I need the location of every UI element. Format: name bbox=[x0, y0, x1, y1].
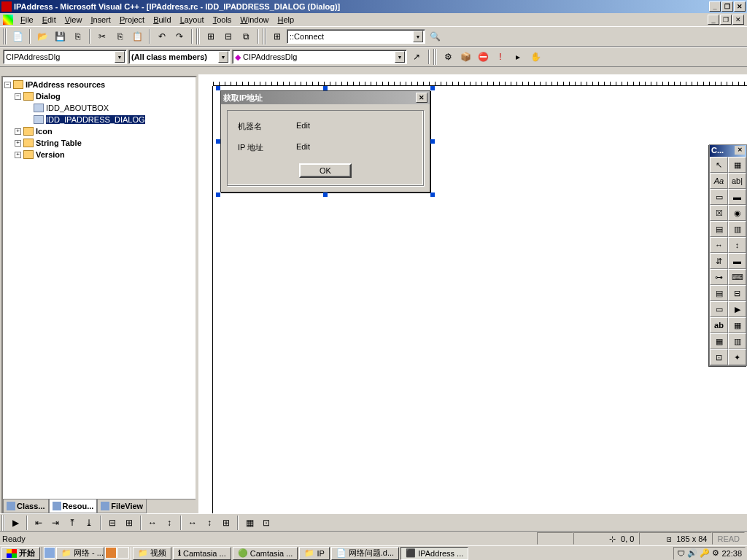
extended-tool[interactable]: ✦ bbox=[728, 349, 746, 365]
vscroll-tool[interactable]: ↕ bbox=[728, 237, 746, 253]
group-box[interactable]: 机器名 Edit IP 地址 Edit OK bbox=[227, 110, 424, 186]
chevron-down-icon[interactable]: ▼ bbox=[395, 51, 405, 63]
menu-build[interactable]: Build bbox=[149, 14, 175, 26]
group-box-tool[interactable]: ▭ bbox=[710, 189, 728, 205]
ql-desktop-icon[interactable] bbox=[117, 547, 129, 559]
controls-toolbox[interactable]: C...✕ ↖ ▦ Aa ab| ▭ ▬ ☒ ◉ ▤ ▥ ↔ ↕ ⇵ ▬ ⊶ ⌨… bbox=[709, 144, 747, 366]
root-node[interactable]: IPAddress resources bbox=[26, 80, 105, 89]
task-netdoc[interactable]: 📄 网络问题.d... bbox=[331, 547, 399, 560]
build-button[interactable]: 📦 bbox=[457, 49, 473, 65]
menu-window[interactable]: Window bbox=[236, 14, 273, 26]
grip[interactable] bbox=[263, 28, 266, 44]
class-combo[interactable]: CIPAddressDlg ▼ bbox=[3, 50, 127, 64]
execute-button[interactable]: ! bbox=[492, 49, 508, 65]
static-text-tool[interactable]: Aa bbox=[710, 173, 728, 189]
workspace-button[interactable]: ⊞ bbox=[203, 28, 219, 44]
same-height[interactable]: ↕ bbox=[201, 515, 217, 531]
edit-placeholder-2[interactable]: Edit bbox=[296, 142, 310, 153]
grip[interactable] bbox=[1, 515, 5, 531]
menu-tools[interactable]: Tools bbox=[209, 14, 236, 26]
restore-button[interactable]: ❐ bbox=[721, 1, 733, 12]
center-horz[interactable]: ⊞ bbox=[121, 515, 137, 531]
undo-button[interactable]: ↶ bbox=[154, 28, 170, 44]
align-right[interactable]: ⇥ bbox=[47, 515, 63, 531]
stop-build-button[interactable]: ⛔ bbox=[475, 49, 491, 65]
collapse-icon[interactable]: − bbox=[15, 93, 21, 100]
chevron-down-icon[interactable]: ▼ bbox=[115, 51, 125, 63]
save-button[interactable]: 💾 bbox=[52, 28, 68, 44]
month-tool[interactable]: ▦ bbox=[710, 333, 728, 349]
saveall-button[interactable]: ⎘ bbox=[69, 28, 85, 44]
toggle-grid[interactable]: ▦ bbox=[241, 515, 258, 531]
paste-button[interactable]: 📋 bbox=[129, 28, 145, 44]
align-bottom[interactable]: ⤓ bbox=[81, 515, 97, 531]
edit-tool[interactable]: ab| bbox=[728, 173, 746, 189]
dialog-editor[interactable]: 获取IP地址 ✕ 机器名 Edit IP 地址 Edit OK bbox=[198, 74, 747, 516]
redo-button[interactable]: ↷ bbox=[171, 28, 187, 44]
goto-button[interactable]: ↗ bbox=[409, 49, 425, 65]
edit-placeholder-1[interactable]: Edit bbox=[296, 121, 310, 132]
button-tool[interactable]: ▬ bbox=[728, 189, 746, 205]
datetime-tool[interactable]: ▦ bbox=[728, 317, 746, 333]
toggle-guides[interactable]: ⊡ bbox=[258, 515, 274, 531]
chevron-down-icon[interactable]: ▼ bbox=[218, 51, 228, 63]
listbox-tool[interactable]: ▥ bbox=[728, 221, 746, 237]
task-video[interactable]: 📁 视频 bbox=[133, 547, 171, 560]
new-button[interactable]: 📄 bbox=[9, 28, 26, 44]
start-button[interactable]: 开始 bbox=[1, 547, 40, 560]
custom-tool[interactable]: ⊡ bbox=[710, 349, 728, 365]
menu-insert[interactable]: Insert bbox=[86, 14, 115, 26]
dialog-caption[interactable]: 获取IP地址 ✕ bbox=[221, 91, 430, 104]
tray-icon[interactable]: 🔊 bbox=[687, 548, 697, 558]
tab-fileview[interactable]: FileView bbox=[97, 499, 147, 513]
tray-icon[interactable]: ⚙ bbox=[712, 548, 719, 558]
task-camtasia2[interactable]: 🟢 Camtasia ... bbox=[233, 547, 298, 560]
dialog-folder[interactable]: Dialog bbox=[36, 92, 61, 101]
chevron-down-icon[interactable]: ▼ bbox=[413, 31, 423, 42]
treectrl-tool[interactable]: ⊟ bbox=[728, 285, 746, 301]
test-button[interactable]: ▶ bbox=[7, 515, 23, 531]
space-across[interactable]: ↔ bbox=[144, 515, 160, 531]
icon-folder[interactable]: Icon bbox=[36, 127, 53, 136]
go-button[interactable]: ▸ bbox=[510, 49, 526, 65]
tab-tool[interactable]: ▭ bbox=[710, 301, 728, 317]
center-vert[interactable]: ⊟ bbox=[104, 515, 120, 531]
mdi-close[interactable]: ✕ bbox=[732, 15, 744, 25]
align-left[interactable]: ⇤ bbox=[31, 515, 47, 531]
menu-layout[interactable]: Layout bbox=[176, 14, 209, 26]
hscroll-tool[interactable]: ↔ bbox=[710, 237, 728, 253]
breakpoint-button[interactable]: ✋ bbox=[527, 49, 543, 65]
grip[interactable] bbox=[3, 28, 7, 44]
space-down[interactable]: ↕ bbox=[161, 515, 177, 531]
dialog-preview[interactable]: 获取IP地址 ✕ 机器名 Edit IP 地址 Edit OK bbox=[220, 90, 430, 192]
expand-icon[interactable]: + bbox=[15, 128, 21, 135]
find-button[interactable]: 🔍 bbox=[427, 28, 443, 44]
menu-file[interactable]: File bbox=[16, 14, 38, 26]
listctrl-tool[interactable]: ▤ bbox=[710, 285, 728, 301]
ql-netfolder[interactable]: 📁 网络 - ... bbox=[56, 547, 104, 560]
ipaddress-dialog-item[interactable]: IDD_IPADDRESS_DIALOG bbox=[46, 115, 145, 124]
grip[interactable] bbox=[433, 49, 437, 65]
dialog-close-button[interactable]: ✕ bbox=[416, 93, 427, 103]
expand-icon[interactable]: + bbox=[15, 140, 21, 147]
filter-combo[interactable]: (All class members) ▼ bbox=[128, 50, 231, 64]
same-width[interactable]: ↔ bbox=[185, 515, 201, 531]
label-ipaddress[interactable]: IP 地址 bbox=[238, 142, 296, 153]
menu-project[interactable]: Project bbox=[115, 14, 149, 26]
toolbox-close[interactable]: ✕ bbox=[735, 146, 745, 155]
radio-tool[interactable]: ◉ bbox=[728, 205, 746, 221]
slider-tool[interactable]: ⊶ bbox=[710, 269, 728, 285]
tab-resourceview[interactable]: Resou... bbox=[49, 499, 98, 513]
collapse-icon[interactable]: − bbox=[4, 82, 11, 88]
label-machine[interactable]: 机器名 bbox=[238, 121, 296, 132]
menu-view[interactable]: View bbox=[61, 14, 87, 26]
connect-combo[interactable]: ::Connect ▼ bbox=[287, 29, 425, 44]
output-button[interactable]: ⊟ bbox=[220, 28, 236, 44]
ok-button[interactable]: OK bbox=[299, 163, 352, 178]
minimize-button[interactable]: _ bbox=[709, 1, 721, 12]
checkbox-tool[interactable]: ☒ bbox=[710, 205, 728, 221]
stringtable-folder[interactable]: String Table bbox=[36, 139, 82, 147]
ql-firefox-icon[interactable] bbox=[105, 547, 117, 559]
animate-tool[interactable]: ▶ bbox=[728, 301, 746, 317]
task-camtasia1[interactable]: ℹ Camtasia ... bbox=[173, 547, 231, 560]
